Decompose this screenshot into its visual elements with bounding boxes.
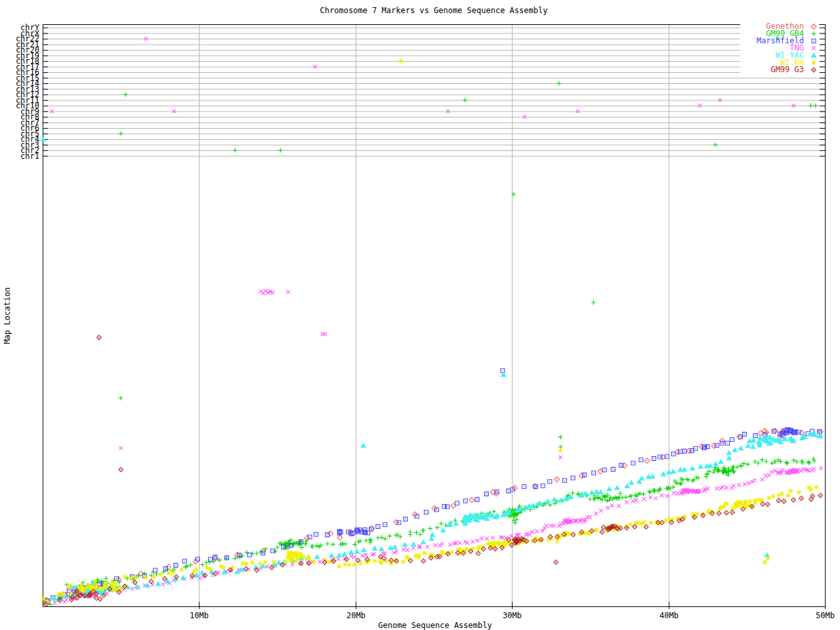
plot-border xyxy=(43,25,826,607)
legend-marker-diamond-dot-icon xyxy=(808,66,819,74)
xtick-label-10Mb: 10Mb xyxy=(180,611,219,620)
xtick-label-50Mb: 50Mb xyxy=(806,611,840,620)
legend-entry-marshfield: Marshfield xyxy=(740,37,819,45)
ytick-label-chr1: chr1 xyxy=(0,153,39,159)
xtick-label-20Mb: 20Mb xyxy=(337,611,376,620)
plot-grid xyxy=(0,0,840,630)
xtick-label-30Mb: 30Mb xyxy=(493,611,532,620)
legend-label: GM99 G3 xyxy=(770,66,804,74)
legend-marker-triangle-icon xyxy=(808,52,819,59)
chart-container: Chromosome 7 Markers vs Genome Sequence … xyxy=(0,0,840,630)
legend: GenethonGM99 GB4MarshfieldTNGWI YACWI RH… xyxy=(740,23,819,74)
legend-marker-cross-icon xyxy=(808,45,819,52)
legend-marker-star-icon xyxy=(808,59,819,66)
xtick-label-40Mb: 40Mb xyxy=(650,611,689,620)
legend-entry-wi-yac: WI YAC xyxy=(740,52,819,59)
legend-marker-square-dot-icon xyxy=(808,37,819,45)
legend-marker-plus-icon xyxy=(808,30,819,37)
legend-entry-gm99-g3: GM99 G3 xyxy=(740,66,819,74)
legend-marker-diamond-open-icon xyxy=(808,23,819,30)
